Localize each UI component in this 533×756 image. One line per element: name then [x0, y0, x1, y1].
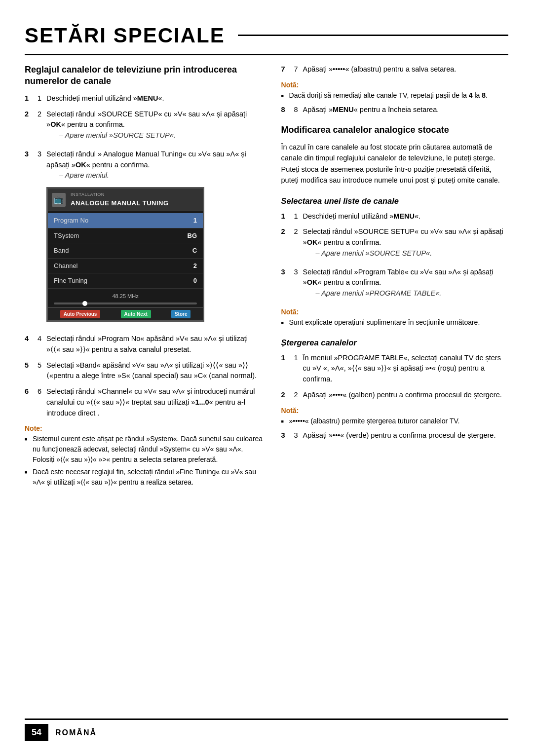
right-steps-list: 7 Apăsați »•••••« (albastru) pentru a sa… — [281, 64, 508, 75]
section2-intro: În cazul în care canalele au fost stocat… — [281, 142, 508, 186]
row-value: 1 — [193, 216, 197, 226]
footer-language: ROMÂNĂ — [55, 727, 97, 739]
section-title-left: Reglajul canalelor de televiziune prin i… — [25, 64, 264, 87]
step-text: Selectați rândul » Analogue Manual Tunin… — [46, 150, 246, 169]
note-list-delete: »•••••« (albastru) permite ștergerea tut… — [281, 416, 508, 426]
tv-menu-row: Program No 1 — [48, 213, 203, 228]
step-num: 6 — [38, 386, 41, 418]
row-label: Fine Tuning — [54, 276, 87, 286]
step-content: Selectați rândul »SOURCE SETUP« cu »V« s… — [46, 109, 263, 144]
step-num: 8 — [294, 105, 298, 115]
step-2: 2 Selectați rândul »SOURCE SETUP« cu »V«… — [25, 109, 264, 144]
step-text: Selectați rândul »Program Table« cu »V« … — [303, 268, 494, 287]
note-item: Sistemul curent este afișat pe rândul »S… — [25, 434, 264, 465]
subsection-select-title: Selectarea unei liste de canale — [281, 195, 508, 207]
step-text: Selectați rândul »SOURCE SETUP« cu »V« s… — [303, 227, 503, 246]
tv-menu-buttons: Auto Previous Auto Next Store — [48, 307, 203, 320]
note-label-left: Note: — [25, 423, 264, 434]
step-num: 2 — [38, 109, 41, 144]
note-block-select: Notă: Sunt explicate operațiuni suplimen… — [281, 307, 508, 328]
step-7: 7 Apăsați »•••••« (albastru) pentru a sa… — [281, 64, 508, 75]
row-label: Channel — [54, 261, 77, 271]
note-list-left: Sistemul curent este afișat pe rândul »S… — [25, 434, 264, 488]
slider-track — [54, 302, 197, 304]
step-num: 2 — [294, 227, 298, 262]
page-footer: 54 ROMÂNĂ — [25, 718, 508, 741]
step-text: Selectați rândul »Channel« cu »V« sau »Λ… — [46, 386, 263, 418]
select-step-3: 3 Selectați rândul »Program Table« cu »V… — [281, 267, 508, 302]
step-content: Selectați rândul »Program Table« cu »V« … — [303, 267, 508, 302]
tv-menu-slider — [48, 302, 203, 307]
note-label-select: Notă: — [281, 307, 508, 317]
step-text: În meniul »PROGRAME TABLE«, selectați ca… — [303, 353, 508, 385]
note-list-select: Sunt explicate operațiuni suplimentare î… — [281, 317, 508, 328]
btn-auto-next[interactable]: Auto Next — [121, 310, 151, 318]
step-sub: – Apare meniul. — [59, 170, 263, 181]
tv-menu-rows: Program No 1 TSystem BG Band C — [48, 211, 203, 291]
note-label-delete: Notă: — [281, 406, 508, 416]
step-1: 1 Deschideți meniul utilizând »MENU«. — [25, 93, 264, 104]
delete-step-2: 2 Apăsați »••••« (galben) pentru a confi… — [281, 390, 508, 401]
select-step-2: 2 Selectați rândul »SOURCE SETUP« cu »V«… — [281, 227, 508, 262]
step-5: 5 Selectați »Band« apăsând »V« sau »Λ« ș… — [25, 360, 264, 382]
step-num: 5 — [38, 360, 41, 382]
step-text: Apăsați »••••« (galben) pentru a confirm… — [303, 390, 502, 401]
tv-menu-freq: 48.25 MHz — [48, 291, 203, 302]
step-content: Selectați rândul »SOURCE SETUP« cu »V« s… — [303, 227, 508, 262]
tv-menu-row: Channel 2 — [48, 259, 203, 274]
step-num: 1 — [294, 353, 298, 385]
step-text: Selectați rândul »Program No« apăsând »V… — [46, 334, 263, 355]
step-sub: – Apare meniul »PROGRAME TABLE«. — [316, 288, 508, 299]
step-num: 3 — [294, 430, 298, 441]
select-steps-list: 1 Deschideți meniul utilizând »MENU«. 2 … — [281, 211, 508, 302]
step-sub: – Apare meniul »SOURCE SETUP«. — [316, 248, 508, 259]
note-block-left: Note: Sistemul curent este afișat pe rân… — [25, 423, 264, 488]
tv-menu-title-block: INSTALLATION ANALOGUE MANUAL TUNING — [71, 191, 169, 208]
delete-steps-list: 1 În meniul »PROGRAME TABLE«, selectați … — [281, 353, 508, 401]
step-4: 4 Selectați rândul »Program No« apăsând … — [25, 334, 264, 355]
tv-menu-header: 📺 INSTALLATION ANALOGUE MANUAL TUNING — [48, 189, 203, 211]
step-num: 1 — [294, 211, 298, 222]
select-step-1: 1 Deschideți meniul utilizând »MENU«. — [281, 211, 508, 222]
subsection-delete-title: Ștergerea canalelor — [281, 337, 508, 349]
step-text: Deschideți meniul utilizând »MENU«. — [303, 211, 421, 222]
step-6: 6 Selectați rândul »Channel« cu »V« sau … — [25, 386, 264, 418]
delete-step3-list: 3 Apăsați »•••« (verde) pentru a confirm… — [281, 430, 508, 441]
row-value: 0 — [193, 276, 197, 286]
page-title: SETĂRI SPECIALE — [25, 20, 508, 55]
delete-step-3: 3 Apăsați »•••« (verde) pentru a confirm… — [281, 430, 508, 441]
step-text: Selectați rândul »SOURCE SETUP« cu »V« s… — [46, 110, 247, 129]
delete-step-1: 1 În meniul »PROGRAME TABLE«, selectați … — [281, 353, 508, 385]
slider-thumb — [82, 301, 87, 306]
step-3: 3 Selectați rândul » Analogue Manual Tun… — [25, 149, 264, 329]
tv-menu-row: TSystem BG — [48, 228, 203, 244]
step-text: Apăsați »•••••« (albastru) pentru a salv… — [303, 64, 457, 75]
step-num: 2 — [294, 390, 298, 401]
step-num: 3 — [38, 149, 41, 329]
btn-store[interactable]: Store — [171, 310, 191, 318]
step-num: 4 — [38, 334, 41, 355]
step-text: Deschideți meniul utilizând »MENU«. — [46, 93, 164, 104]
note-block-delete: Notă: »•••••« (albastru) permite șterger… — [281, 406, 508, 426]
row-value: 2 — [193, 261, 197, 271]
step-num: 7 — [294, 64, 298, 75]
row-value: C — [192, 246, 197, 256]
note-item-7: Dacă doriți să remediați alte canale TV,… — [281, 90, 508, 101]
tv-menu-ui: 📺 INSTALLATION ANALOGUE MANUAL TUNING Pr… — [46, 187, 204, 322]
footer-page-number: 54 — [25, 724, 48, 741]
right-column: 7 Apăsați »•••••« (albastru) pentru a sa… — [281, 64, 508, 491]
note-label-7: Notă: — [281, 80, 508, 90]
step-num: 1 — [38, 93, 41, 104]
tv-menu-main-title: ANALOGUE MANUAL TUNING — [71, 198, 169, 208]
step-content: Selectați rândul » Analogue Manual Tunin… — [46, 149, 263, 329]
step-text: Selectați »Band« apăsând »V« sau »Λ« și … — [46, 360, 263, 382]
tv-menu-row: Fine Tuning 0 — [48, 273, 203, 289]
btn-auto-previous[interactable]: Auto Previous — [60, 310, 101, 318]
tv-menu-row: Band C — [48, 243, 203, 259]
note-block-7: Notă: Dacă doriți să remediați alte cana… — [281, 80, 508, 101]
step-num: 3 — [294, 267, 298, 302]
left-column: Reglajul canalelor de televiziune prin i… — [25, 64, 264, 491]
step-text: Apăsați »•••« (verde) pentru a confirma … — [303, 430, 496, 441]
tv-menu-icon: 📺 — [52, 193, 66, 207]
step-8: 8 Apăsați »MENU« pentru a încheia setare… — [281, 105, 508, 115]
